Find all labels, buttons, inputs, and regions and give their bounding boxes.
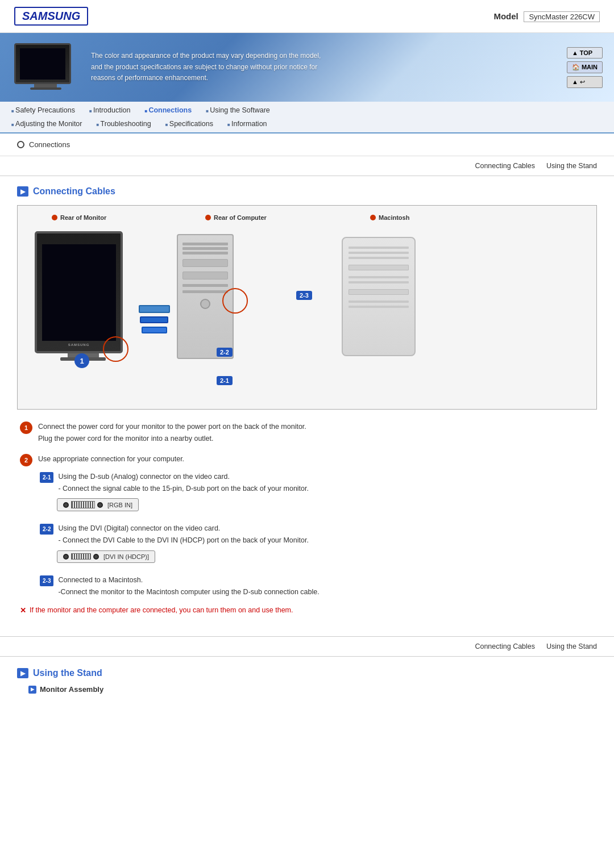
instructions: 1 Connect the power cord for your monito… [17,421,597,615]
connecting-cables-section: ▶ Connecting Cables Rear of Monitor Rear… [0,181,614,631]
nav-row-2: ■ Adjusting the Monitor ■ Troubleshootin… [0,117,614,132]
nav-row-1: ■ Safety Precautions ■ Introduction ■ Co… [0,102,614,117]
nav-item-adjusting[interactable]: ■ Adjusting the Monitor [11,118,97,130]
tab-using-stand-top[interactable]: Using the Stand [546,162,597,170]
connector-illustration [134,297,174,342]
note-text: If the monitor and the computer are conn… [30,606,293,614]
monitor-assembly-sub: ▶ Monitor Assembly [28,685,597,694]
bottom-page-tabs: Connecting Cables Using the Stand [0,636,614,657]
header: SAMSUNG Model SyncMaster 226CW [0,0,614,33]
badge-1-instr: 1 [20,422,32,434]
breadcrumb-circle [17,141,24,148]
using-stand-section: ▶ Using the Stand ▶ Monitor Assembly [0,662,614,711]
nav-menu: ■ Safety Precautions ■ Introduction ■ Co… [0,102,614,133]
badge-1: 1 [74,353,89,368]
hero-nav-buttons: ▲ TOP 🏠 MAIN ▲ ↩ [567,47,603,88]
page-tabs-top: Connecting Cables Using the Stand [0,156,614,176]
sub-section-icon: ▶ [28,686,36,694]
hero-monitor-illustration [14,43,77,91]
breadcrumb: Connections [0,133,614,156]
x-mark-icon: ✕ [20,606,26,615]
badge-2-instr: 2 [20,454,32,466]
sub-instruction-22: 2-2 Using the DVI (Digital) connector on… [40,523,594,566]
main-button[interactable]: 🏠 MAIN [567,61,603,73]
nav-item-safety[interactable]: ■ Safety Precautions [11,105,89,116]
nav-item-connections[interactable]: ■ Connections [144,105,206,116]
bottom-tab-connecting[interactable]: Connecting Cables [475,642,535,650]
badge-21: 2-1 [217,376,233,385]
cable-diagram: Rear of Monitor Rear of Computer Macinto… [17,205,597,410]
stand-title-text: Using the Stand [33,668,102,678]
top-arrow-icon: ▲ [572,49,578,56]
nav-item-information[interactable]: ■ Information [227,118,281,130]
port-rgb-in: [RGB IN] [57,498,139,511]
badge-21-instr: 2-1 [40,472,53,483]
nav-item-specifications[interactable]: ■ Specifications [165,118,227,130]
mac-tower-graphic [342,237,421,373]
connecting-cables-title: ▶ Connecting Cables [17,186,597,197]
sub-instruction-21: 2-1 Using the D-sub (Analog) connector o… [40,471,594,515]
back-button[interactable]: ▲ ↩ [567,76,603,88]
port-dvi-in: [DVI IN (HDCP)] [57,550,155,563]
tab-connecting-cables-top[interactable]: Connecting Cables [475,162,535,170]
model-info: Model SyncMaster 226CW [493,11,600,21]
breadcrumb-label: Connections [29,140,70,149]
instruction-2: 2 Use appropriate connection for your co… [20,453,594,466]
badge-22: 2-2 [217,348,233,357]
back-arrow-icon: ▲ [572,78,578,85]
rear-computer-label: Rear of Computer [205,214,267,221]
nav-item-introduction[interactable]: ■ Introduction [89,105,144,116]
monitor-assembly-text: Monitor Assembly [40,685,103,694]
port-dvi-label: [DVI IN (HDCP)] [103,553,149,560]
nav-item-troubleshooting[interactable]: ■ Troubleshooting [97,118,165,130]
badge-22-instr: 2-2 [40,524,53,535]
model-label: Model [493,11,518,21]
macintosh-label: Macintosh [370,214,409,221]
badge-23: 2-3 [296,291,312,300]
samsung-logo: SAMSUNG [14,7,88,26]
section-title-text: Connecting Cables [33,186,115,197]
hero-banner: The color and appearance of the product … [0,33,614,102]
rear-monitor-label: Rear of Monitor [52,214,106,221]
computer-port-highlight [222,288,248,314]
using-stand-title: ▶ Using the Stand [17,668,597,678]
top-button[interactable]: ▲ TOP [567,47,603,59]
main-icon: 🏠 [572,64,580,71]
note-item: ✕ If the monitor and the computer are co… [20,606,594,615]
bottom-tab-stand[interactable]: Using the Stand [546,642,597,650]
instruction-1: 1 Connect the power cord for your monito… [20,421,594,445]
hero-text: The color and appearance of the product … [91,51,330,84]
port-rgb-label: [RGB IN] [107,502,132,508]
stand-section-icon: ▶ [17,668,28,678]
instruction-1-text: Connect the power cord for your monitor … [38,421,306,445]
badge-23-instr: 2-3 [40,575,53,586]
sub-instruction-23: 2-3 Connected to a Macintosh. -Connect t… [40,574,594,599]
monitor-port-highlight [103,336,128,362]
instruction-2-text: Use appropriate connection for your comp… [38,453,184,465]
nav-item-software[interactable]: ■ Using the Software [206,105,284,116]
section-icon: ▶ [17,186,28,197]
model-value: SyncMaster 226CW [524,11,600,22]
